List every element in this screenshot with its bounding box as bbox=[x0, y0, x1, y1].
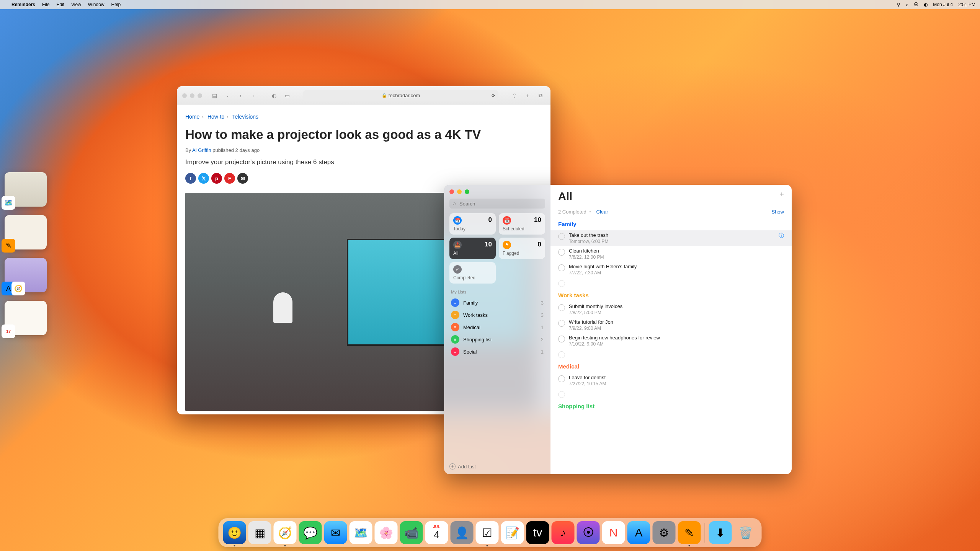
stage-thumb-maps[interactable]: 🗺️ bbox=[5, 172, 47, 207]
clear-button[interactable]: Clear bbox=[596, 209, 608, 215]
dock-pages[interactable]: ✎ bbox=[678, 521, 701, 544]
stage-thumb-calendar[interactable]: 17 bbox=[5, 301, 47, 335]
task-checkbox[interactable] bbox=[558, 280, 565, 287]
close-button[interactable] bbox=[182, 93, 187, 98]
wifi-icon[interactable]: ⚲ bbox=[897, 2, 900, 7]
add-reminder-button[interactable]: + bbox=[779, 190, 784, 199]
dock-mail[interactable]: ✉ bbox=[324, 521, 347, 544]
task-row[interactable]: Write tutorial for Jon 7/9/22, 9:00 AM bbox=[558, 317, 784, 333]
app-menu[interactable]: Reminders bbox=[11, 2, 35, 7]
dock-podcasts[interactable]: ⦿ bbox=[577, 521, 600, 544]
reader-icon[interactable]: ▭ bbox=[283, 92, 292, 99]
list-row[interactable]: ≡ Work tasks 3 bbox=[449, 309, 545, 321]
menubar-date[interactable]: Mon Jul 4 bbox=[933, 2, 953, 7]
show-button[interactable]: Show bbox=[771, 209, 784, 215]
dock-safari[interactable]: 🧭 bbox=[274, 521, 297, 544]
dock-downloads[interactable]: ⬇ bbox=[709, 521, 732, 544]
info-icon[interactable]: ⓘ bbox=[779, 232, 784, 239]
task-row[interactable] bbox=[558, 277, 784, 289]
author-link[interactable]: Al Griffin bbox=[192, 147, 211, 153]
minimize-button[interactable] bbox=[190, 93, 194, 98]
smartlist-scheduled[interactable]: 📆 10 Scheduled bbox=[499, 213, 545, 235]
task-row[interactable] bbox=[558, 349, 784, 360]
siri-icon[interactable]: ◐ bbox=[924, 2, 928, 7]
list-row[interactable]: ≡ Social 1 bbox=[449, 346, 545, 358]
menubar-time[interactable]: 2:51 PM bbox=[958, 2, 975, 7]
pinterest-icon[interactable]: p bbox=[211, 173, 222, 184]
twitter-icon[interactable]: 𝕏 bbox=[198, 173, 209, 184]
control-center-icon[interactable]: ⦿ bbox=[914, 2, 918, 7]
dock-news[interactable]: N bbox=[602, 521, 625, 544]
task-row[interactable]: Movie night with Helen's family 7/7/22, … bbox=[558, 262, 784, 277]
dock-calendar[interactable]: JUL 4 bbox=[425, 521, 448, 544]
task-checkbox[interactable] bbox=[558, 375, 565, 382]
search-input[interactable] bbox=[449, 199, 545, 209]
task-row[interactable]: Submit monthly invoices 7/8/22, 5:00 PM bbox=[558, 302, 784, 317]
minimize-button[interactable] bbox=[457, 189, 462, 194]
menu-edit[interactable]: Edit bbox=[56, 2, 64, 7]
dock-maps[interactable]: 🗺️ bbox=[350, 521, 372, 544]
dock-reminders[interactable]: ☑ bbox=[476, 521, 499, 544]
list-row[interactable]: ≡ Family 3 bbox=[449, 297, 545, 309]
crumb-tv[interactable]: Televisions bbox=[232, 114, 258, 120]
task-checkbox[interactable] bbox=[558, 320, 565, 327]
add-list-button[interactable]: + Add List bbox=[449, 463, 476, 469]
fullscreen-button[interactable] bbox=[198, 93, 202, 98]
list-row[interactable]: ≡ Medical 1 bbox=[449, 321, 545, 333]
stage-thumb-pages[interactable]: ✎ bbox=[5, 215, 47, 249]
share-icon[interactable]: ⇧ bbox=[510, 92, 519, 99]
dock-appstore[interactable]: A bbox=[627, 521, 650, 544]
dock-photos[interactable]: 🌸 bbox=[375, 521, 398, 544]
dock-settings[interactable]: ⚙ bbox=[653, 521, 676, 544]
smartlist-completed[interactable]: ✓ Completed bbox=[449, 262, 496, 284]
tabs-icon[interactable]: ⧉ bbox=[536, 92, 545, 99]
fullscreen-button[interactable] bbox=[465, 189, 469, 194]
back-button[interactable]: ‹ bbox=[236, 92, 245, 99]
crumb-howto[interactable]: How-to bbox=[207, 114, 224, 120]
dropdown-icon[interactable]: ⌄ bbox=[223, 92, 232, 99]
task-checkbox[interactable] bbox=[558, 304, 565, 311]
flipboard-icon[interactable]: F bbox=[224, 173, 235, 184]
reload-icon[interactable]: ⟳ bbox=[492, 93, 495, 98]
address-bar[interactable]: 🔒 techradar.com ⟳ bbox=[303, 90, 498, 101]
menu-help[interactable]: Help bbox=[111, 2, 121, 7]
smartlist-today[interactable]: 📅 0 Today bbox=[449, 213, 496, 235]
task-row[interactable]: Take out the trash Tomorrow, 6:00 PM ⓘ bbox=[550, 230, 792, 246]
task-checkbox[interactable] bbox=[558, 391, 565, 398]
forward-button[interactable]: › bbox=[249, 92, 258, 99]
close-button[interactable] bbox=[449, 189, 454, 194]
list-row[interactable]: ≡ Shopping list 2 bbox=[449, 333, 545, 346]
menu-window[interactable]: Window bbox=[88, 2, 105, 7]
dock-trash[interactable]: 🗑️ bbox=[734, 521, 757, 544]
menu-file[interactable]: File bbox=[42, 2, 49, 7]
task-checkbox[interactable] bbox=[558, 233, 565, 240]
stage-thumb-appstore-safari[interactable]: A 🧭 bbox=[5, 258, 47, 292]
task-row[interactable] bbox=[558, 388, 784, 400]
dock-tv[interactable]: tv bbox=[526, 521, 549, 544]
task-checkbox[interactable] bbox=[558, 336, 565, 342]
email-share-icon[interactable]: ✉ bbox=[237, 173, 248, 184]
task-checkbox[interactable] bbox=[558, 351, 565, 358]
new-tab-icon[interactable]: + bbox=[523, 92, 532, 99]
crumb-home[interactable]: Home bbox=[185, 114, 199, 120]
menu-view[interactable]: View bbox=[71, 2, 81, 7]
dock-finder[interactable]: 🙂 bbox=[223, 521, 246, 544]
article-subtitle: Improve your projector's picture using t… bbox=[185, 158, 542, 166]
dock-launchpad[interactable]: ▦ bbox=[248, 521, 271, 544]
privacy-shield-icon[interactable]: ◐ bbox=[270, 92, 279, 99]
dock-facetime[interactable]: 📹 bbox=[400, 521, 423, 544]
task-row[interactable]: Begin testing new headphones for review … bbox=[558, 333, 784, 349]
dock-notes[interactable]: 📝 bbox=[501, 521, 524, 544]
dock-messages[interactable]: 💬 bbox=[299, 521, 322, 544]
task-checkbox[interactable] bbox=[558, 264, 565, 271]
smartlist-flagged[interactable]: ⚑ 0 Flagged bbox=[499, 238, 545, 259]
dock-contacts[interactable]: 👤 bbox=[451, 521, 474, 544]
dock-music[interactable]: ♪ bbox=[552, 521, 575, 544]
task-row[interactable]: Leave for dentist 7/27/22, 10:15 AM bbox=[558, 373, 784, 388]
spotlight-icon[interactable]: ⌕ bbox=[906, 2, 908, 7]
facebook-icon[interactable]: f bbox=[185, 173, 196, 184]
smartlist-all[interactable]: 📥 10 All bbox=[449, 238, 496, 259]
task-row[interactable]: Clean kitchen 7/6/22, 12:00 PM bbox=[558, 246, 784, 262]
task-checkbox[interactable] bbox=[558, 249, 565, 256]
sidebar-toggle-icon[interactable]: ▤ bbox=[210, 92, 219, 99]
